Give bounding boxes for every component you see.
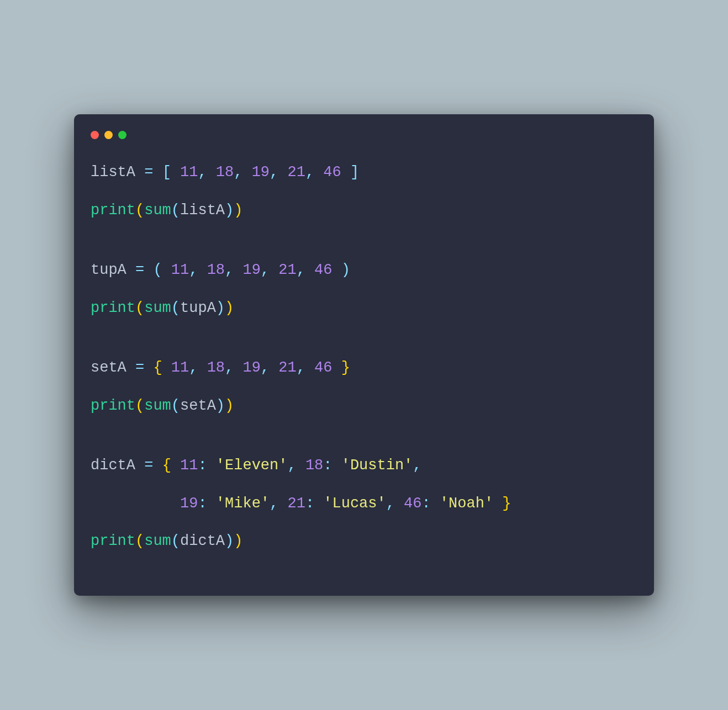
comma: , [297,262,314,278]
number-literal: 18 [216,164,234,181]
code-line-4: print(sum(tupA)) [91,297,637,320]
blank-line [91,237,637,259]
traffic-lights [74,131,654,145]
comma: , [189,262,207,278]
paren-close: ) [234,533,242,549]
number-literal: 21 [278,359,296,376]
dict-key: 18 [305,457,323,474]
string-literal: 'Noah' [440,495,493,512]
number-literal: 46 [314,262,332,278]
code-area: listA = [ 11, 18, 19, 21, 46 ] print(sum… [74,145,654,574]
blank-line [91,432,637,454]
operator-equals: = [126,359,154,376]
colon: : [422,495,440,512]
code-line-6: print(sum(setA)) [91,395,637,417]
code-line-1: listA = [ 11, 18, 19, 21, 46 ] [91,161,637,184]
number-literal: 46 [314,359,332,376]
dict-key: 21 [287,495,305,512]
colon: : [305,495,323,512]
paren-close: ) [225,202,234,219]
comma: , [189,359,207,376]
colon: : [323,457,341,474]
blank-line [91,335,637,357]
number-literal: 11 [171,359,189,376]
paren-open: ( [135,202,144,219]
dict-key: 46 [404,495,421,512]
variable-name: listA [91,164,135,181]
number-literal: 46 [323,164,341,181]
string-literal: 'Lucas' [323,495,386,512]
paren-open: ( [135,300,144,316]
colon: : [198,457,215,474]
argument: dictA [180,533,225,549]
number-literal: 19 [242,262,260,278]
variable-name: dictA [91,457,135,474]
code-line-7: dictA = { 11: 'Eleven', 18: 'Dustin', [91,454,637,477]
comma: , [287,457,305,474]
indent [91,495,180,512]
comma: , [225,262,242,278]
comma: , [261,262,278,278]
brace-close: } [493,495,511,512]
number-literal: 19 [252,164,270,181]
code-line-9: print(sum(dictA)) [91,530,637,553]
builtin-sum: sum [144,300,171,316]
argument: tupA [180,300,216,316]
builtin-sum: sum [144,202,171,219]
paren-close: ) [216,300,225,316]
code-window: listA = [ 11, 18, 19, 21, 46 ] print(sum… [74,114,654,596]
bracket-open: [ [162,164,180,181]
comma: , [270,495,287,512]
operator-equals: = [135,457,162,474]
paren-open: ( [171,398,180,414]
comma: , [305,164,323,181]
paren-open: ( [171,533,180,549]
comma: , [413,457,421,474]
paren-open: ( [135,533,144,549]
paren-close: ) [216,398,225,414]
paren-open: ( [171,202,180,219]
code-line-2: print(sum(listA)) [91,199,637,222]
minimize-icon[interactable] [104,131,113,139]
comma: , [297,359,314,376]
comma: , [234,164,251,181]
builtin-print: print [91,533,135,549]
variable-name: tupA [91,262,126,278]
paren-open: ( [171,300,180,316]
comma: , [386,495,404,512]
brace-close: } [332,359,350,376]
paren-open: ( [135,398,144,414]
string-literal: 'Dustin' [341,457,413,474]
comma: , [261,359,278,376]
builtin-print: print [91,300,135,316]
code-line-5: setA = { 11, 18, 19, 21, 46 } [91,357,637,379]
comma: , [270,164,287,181]
dict-key: 19 [180,495,198,512]
builtin-sum: sum [144,533,171,549]
variable-name: setA [91,359,126,376]
string-literal: 'Mike' [216,495,270,512]
operator-equals: = [135,164,162,181]
number-literal: 11 [180,164,198,181]
string-literal: 'Eleven' [216,457,288,474]
paren-close: ) [225,398,234,414]
paren-open: ( [153,262,171,278]
builtin-print: print [91,202,135,219]
number-literal: 11 [171,262,189,278]
brace-open: { [153,359,171,376]
builtin-sum: sum [144,398,171,414]
comma: , [225,359,242,376]
colon: : [198,495,215,512]
argument: setA [180,398,216,414]
paren-close: ) [225,533,234,549]
number-literal: 18 [207,262,225,278]
code-line-8: 19: 'Mike', 21: 'Lucas', 46: 'Noah' } [91,492,637,515]
paren-close: ) [234,202,242,219]
code-line-3: tupA = ( 11, 18, 19, 21, 46 ) [91,259,637,282]
maximize-icon[interactable] [118,131,126,139]
number-literal: 18 [207,359,225,376]
comma: , [198,164,215,181]
close-icon[interactable] [91,131,99,139]
paren-close: ) [332,262,350,278]
number-literal: 19 [242,359,260,376]
